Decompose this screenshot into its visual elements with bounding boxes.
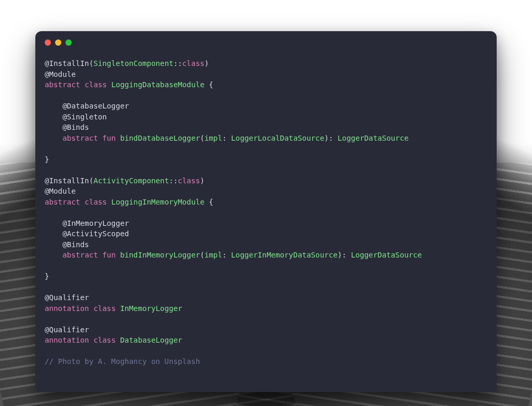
code-token: class	[94, 336, 116, 344]
code-token: LoggerLocalDataSource	[231, 134, 324, 142]
code-token: impl	[205, 251, 222, 259]
code-window: @InstallIn(SingletonComponent::class) @M…	[35, 31, 497, 392]
code-line: abstract class LoggingInMemoryModule {	[45, 198, 214, 206]
code-line: abstract fun bindDatabaseLogger(impl: Lo…	[45, 134, 408, 142]
code-token: ActivityComponent	[94, 177, 169, 185]
code-token: ::	[169, 177, 178, 185]
code-token: DatabaseLogger	[120, 336, 182, 344]
code-token	[89, 304, 94, 313]
window-titlebar	[35, 31, 497, 54]
code-token: (	[200, 134, 205, 142]
code-token	[45, 134, 62, 142]
code-token: (	[200, 251, 205, 259]
code-token: class	[182, 59, 205, 67]
code-line: abstract fun bindInMemoryLogger(impl: Lo…	[45, 251, 422, 259]
code-line: @Binds	[45, 123, 89, 131]
code-token: {	[205, 80, 214, 89]
code-token	[80, 198, 85, 206]
code-line: abstract class LoggingDatabaseModule {	[45, 80, 214, 89]
code-line: annotation class InMemoryLogger	[45, 304, 182, 313]
code-token	[98, 134, 103, 142]
code-token: impl	[205, 134, 222, 142]
code-token: @DatabaseLogger	[45, 102, 129, 110]
code-line: @InMemoryLogger	[45, 219, 129, 227]
code-block: @InstallIn(SingletonComponent::class) @M…	[35, 54, 497, 375]
code-token: @Qualifier	[45, 326, 89, 334]
code-line: }	[45, 155, 49, 164]
code-token: abstract	[62, 251, 98, 259]
code-token: abstract	[45, 80, 80, 89]
code-token: }	[45, 272, 49, 280]
code-line: @DatabaseLogger	[45, 102, 129, 110]
code-token	[107, 198, 112, 206]
code-token: )	[200, 177, 205, 185]
code-token: {	[205, 198, 214, 206]
code-line: annotation class DatabaseLogger	[45, 336, 182, 344]
code-line: @Qualifier	[45, 293, 89, 302]
code-token	[80, 80, 85, 89]
code-token: class	[85, 198, 107, 206]
code-line: // Photo by A. Moghancy on Unsplash	[45, 357, 200, 366]
code-token: class	[178, 177, 200, 185]
code-token	[45, 251, 62, 259]
code-token	[116, 134, 121, 142]
code-token: class	[94, 304, 116, 313]
code-token: LoggerDataSource	[351, 251, 422, 259]
code-token: @Module	[45, 70, 76, 78]
code-token: class	[85, 80, 107, 89]
window-zoom-dot[interactable]	[65, 39, 72, 46]
code-token: annotation	[45, 304, 89, 313]
code-line: @Qualifier	[45, 326, 89, 334]
code-token: abstract	[62, 134, 98, 142]
code-token: @Module	[45, 187, 76, 195]
window-minimize-dot[interactable]	[55, 39, 61, 46]
code-token: @InstallIn(	[45, 177, 94, 185]
code-line: @Module	[45, 187, 76, 195]
code-token	[116, 251, 121, 259]
code-line: @Binds	[45, 240, 89, 249]
window-close-dot[interactable]	[45, 39, 51, 46]
code-token: LoggerInMemoryDataSource	[231, 251, 338, 259]
code-token: )	[205, 59, 209, 67]
code-token	[116, 304, 121, 313]
code-token: fun	[102, 134, 116, 142]
code-line: @InstallIn(ActivityComponent::class)	[45, 177, 205, 185]
code-line: @Singleton	[45, 113, 107, 121]
code-token: annotation	[45, 336, 89, 344]
code-token: ::	[174, 59, 182, 67]
code-token: bindDatabaseLogger	[120, 134, 200, 142]
code-line: @Module	[45, 70, 76, 78]
code-token	[116, 336, 121, 344]
code-token: :	[222, 251, 231, 259]
code-token: @Binds	[45, 123, 89, 131]
code-token: @Qualifier	[45, 293, 89, 302]
code-token: @Singleton	[45, 113, 107, 121]
code-token: SingletonComponent	[94, 59, 174, 67]
code-token: @InMemoryLogger	[45, 219, 129, 227]
code-token: :	[222, 134, 231, 142]
code-line: @ActivityScoped	[45, 229, 129, 238]
code-token: abstract	[45, 198, 80, 206]
code-token: // Photo by A. Moghancy on Unsplash	[45, 357, 200, 366]
code-token: InMemoryLogger	[120, 304, 182, 313]
code-token: LoggingInMemoryModule	[111, 198, 204, 206]
code-line: }	[45, 272, 49, 280]
code-token	[98, 251, 103, 259]
code-token	[89, 336, 94, 344]
code-token: }	[45, 155, 49, 164]
code-token	[107, 80, 112, 89]
code-token: @Binds	[45, 240, 89, 249]
code-token: ):	[324, 134, 338, 142]
code-line: @InstallIn(SingletonComponent::class)	[45, 59, 209, 67]
code-token: bindInMemoryLogger	[120, 251, 200, 259]
code-token: @ActivityScoped	[45, 229, 129, 238]
code-token: fun	[102, 251, 116, 259]
code-token: @InstallIn(	[45, 59, 94, 67]
code-token: ):	[338, 251, 351, 259]
code-token: LoggerDataSource	[338, 134, 409, 142]
code-token: LoggingDatabaseModule	[111, 80, 204, 89]
